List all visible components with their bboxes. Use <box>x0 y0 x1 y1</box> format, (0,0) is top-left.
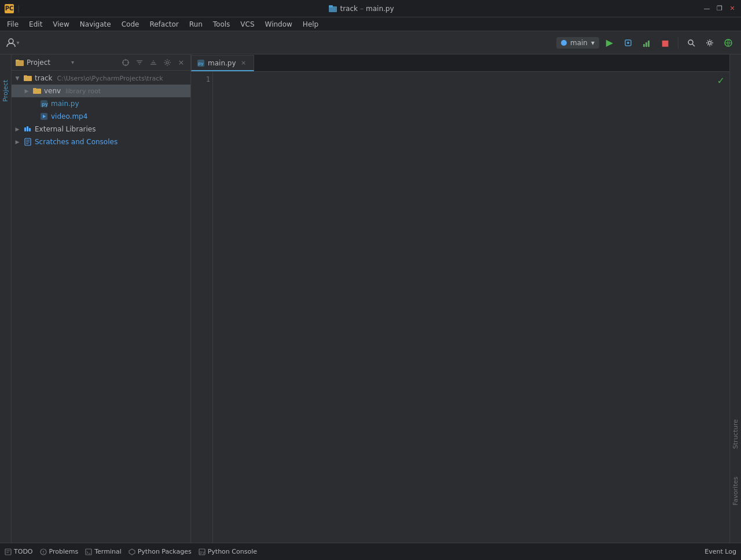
menu-edit[interactable]: Edit <box>24 19 47 30</box>
title-file-name: main.py <box>366 5 394 13</box>
app-icon: PC <box>5 4 14 13</box>
expand-all-button[interactable] <box>148 57 159 68</box>
coverage-icon <box>642 38 651 47</box>
editor-area: py main.py × 1 ✓ <box>191 54 729 543</box>
svg-text:py: py <box>200 550 205 555</box>
menu-refactor[interactable]: Refactor <box>145 19 183 30</box>
editor-tabs: py main.py × <box>191 54 729 72</box>
video-file-icon <box>39 112 49 121</box>
todo-button[interactable]: TODO <box>5 548 33 555</box>
menu-separator: | <box>17 5 20 13</box>
python-console-label: Python Console <box>208 548 257 555</box>
gear-icon <box>163 58 171 67</box>
line-number-1: 1 <box>196 75 210 83</box>
menu-file[interactable]: File <box>2 19 23 30</box>
crosshair-icon <box>122 58 130 67</box>
project-panel-title: Project <box>27 58 68 67</box>
event-log-button[interactable]: Event Log <box>705 548 736 555</box>
svg-text:py: py <box>42 102 48 107</box>
menu-view[interactable]: View <box>48 19 74 30</box>
maximize-button[interactable]: ❐ <box>716 5 724 13</box>
problems-button[interactable]: Problems <box>40 548 79 555</box>
python-packages-icon <box>129 548 135 555</box>
menu-vcs[interactable]: VCS <box>236 19 259 30</box>
minimize-button[interactable]: — <box>703 5 711 13</box>
title-bar-controls: — ❐ ✕ <box>703 5 736 13</box>
favorites-tab[interactable]: Favorites <box>731 474 740 508</box>
tree-arrow-venv: ▶ <box>23 87 30 94</box>
project-panel-header: Project ▾ <box>12 54 190 71</box>
main-layout: Project Project ▾ <box>0 54 741 543</box>
project-panel: Project ▾ <box>12 54 191 543</box>
user-icon <box>6 38 16 48</box>
tree-item-external-libs[interactable]: ▶ External Libraries <box>12 123 190 136</box>
line-numbers: 1 <box>191 72 213 543</box>
collapse-icon <box>135 58 144 67</box>
search-button[interactable] <box>683 35 699 51</box>
settings-button[interactable] <box>702 35 718 51</box>
ext-libs-icon <box>23 125 32 134</box>
plugins-button[interactable] <box>720 35 736 51</box>
event-log-label: Event Log <box>705 548 736 555</box>
tab-mainpy[interactable]: py main.py × <box>191 55 254 71</box>
svg-rect-36 <box>29 128 31 131</box>
settings-panel-button[interactable] <box>162 57 173 68</box>
tree-item-root[interactable]: ▼ track C:\Users\o\PycharmProjects\track <box>12 72 190 85</box>
code-editor[interactable] <box>213 72 729 543</box>
tree-root-label: track <box>35 74 53 82</box>
toolbar: ▾ main ▾ ▶ ■ <box>0 31 741 54</box>
problems-label: Problems <box>49 548 79 555</box>
python-packages-label: Python Packages <box>138 548 192 555</box>
menu-help[interactable]: Help <box>298 19 323 30</box>
tree-item-mainpy[interactable]: py main.py <box>12 97 190 110</box>
collapse-all-button[interactable] <box>134 57 145 68</box>
scratches-icon <box>23 137 32 147</box>
structure-tab[interactable]: Structure <box>731 417 740 451</box>
tree-root-path: C:\Users\o\PycharmProjects\track <box>57 75 163 82</box>
locate-file-button[interactable] <box>120 57 131 68</box>
svg-rect-35 <box>27 126 28 131</box>
tree-item-video[interactable]: video.mp4 <box>12 110 190 123</box>
python-console-icon: py <box>199 548 206 555</box>
project-panel-tab[interactable]: Project <box>1 78 10 104</box>
user-profile-button[interactable]: ▾ <box>5 35 21 51</box>
tree-arrow-ext-libs: ▶ <box>14 126 21 133</box>
globe-icon <box>724 38 733 47</box>
coverage-button[interactable] <box>639 35 655 51</box>
tab-close-button[interactable]: × <box>240 59 248 67</box>
menu-tools[interactable]: Tools <box>208 19 235 30</box>
svg-point-8 <box>688 40 693 45</box>
menu-navigate[interactable]: Navigate <box>75 19 116 30</box>
svg-rect-34 <box>24 127 26 131</box>
run-button[interactable]: ▶ <box>601 35 618 51</box>
search-icon <box>687 39 695 47</box>
svg-marker-51 <box>129 549 135 555</box>
python-console-button[interactable]: py Python Console <box>199 548 257 555</box>
menu-window[interactable]: Window <box>261 19 297 30</box>
run-config-selector[interactable]: main ▾ <box>556 37 599 49</box>
side-tabs: Structure Favorites <box>729 54 741 543</box>
todo-icon <box>5 548 12 555</box>
menu-code[interactable]: Code <box>117 19 144 30</box>
tree-item-scratches[interactable]: ▶ Scratches and Consoles <box>12 136 190 148</box>
menu-run[interactable]: Run <box>185 19 207 30</box>
svg-rect-43 <box>5 549 11 555</box>
svg-rect-1 <box>329 5 333 8</box>
run-config-dot <box>561 40 567 46</box>
tree-item-venv[interactable]: ▶ venv library root <box>12 85 190 97</box>
svg-line-9 <box>692 44 695 46</box>
debug-button[interactable] <box>620 35 636 51</box>
tree-arrow-scratches: ▶ <box>14 138 21 145</box>
close-button[interactable]: ✕ <box>728 5 736 13</box>
tab-mainpy-label: main.py <box>208 59 236 67</box>
svg-rect-6 <box>645 42 647 47</box>
folder-icon <box>15 58 24 67</box>
terminal-button[interactable]: Terminal <box>85 548 122 555</box>
close-panel-button[interactable]: × <box>175 57 187 68</box>
stop-button[interactable]: ■ <box>657 35 673 51</box>
todo-label: TODO <box>14 548 33 555</box>
editor-content: 1 ✓ <box>191 72 729 543</box>
tab-py-icon: py <box>197 60 204 67</box>
tree-scratches-label: Scratches and Consoles <box>35 138 118 146</box>
python-packages-button[interactable]: Python Packages <box>129 548 192 555</box>
